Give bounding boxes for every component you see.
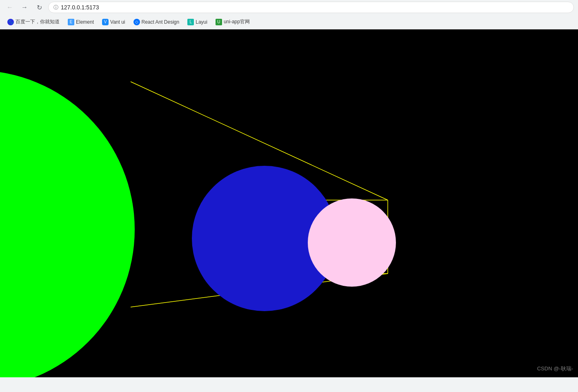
watermark: CSDN @-耿瑞- [537,365,573,372]
bookmark-label-react-ant: React Ant Design [142,19,180,25]
bookmark-icon-react-ant: ◇ [133,19,140,25]
bookmark-label-uniapp: uni-app官网 [224,18,250,25]
bookmark-react-ant[interactable]: ◇ React Ant Design [130,17,183,27]
back-button[interactable]: ← [4,2,16,13]
bookmark-label-baidu: 百度一下，你就知道 [16,18,60,25]
scene-canvas [0,29,578,377]
bookmark-baidu[interactable]: 🐾 百度一下，你就知道 [4,17,63,27]
forward-button[interactable]: → [19,2,30,13]
bookmark-icon-layui: L [187,19,194,25]
bookmark-layui[interactable]: L Layui [184,17,211,27]
svg-point-9 [308,198,396,287]
bookmarks-bar: 🐾 百度一下，你就知道 E Element V Vant ui ◇ React … [0,15,578,29]
title-bar: ← → ↻ ⓘ 127.0.0.1:5173 [0,0,578,15]
refresh-button[interactable]: ↻ [33,2,45,13]
main-content: CSDN @-耿瑞- [0,29,578,377]
browser-chrome: ← → ↻ ⓘ 127.0.0.1:5173 🐾 百度一下，你就知道 E Ele… [0,0,578,29]
bookmark-vant[interactable]: V Vant ui [99,17,128,27]
address-text: 127.0.0.1:5173 [61,4,99,11]
bookmark-label-element: Element [76,19,94,25]
bookmark-icon-uniapp: U [216,19,222,25]
watermark-text: CSDN @-耿瑞- [537,365,573,372]
bookmark-element[interactable]: E Element [64,17,97,27]
bookmark-icon-baidu: 🐾 [7,19,14,25]
bookmark-uniapp[interactable]: U uni-app官网 [212,17,253,27]
bookmark-label-layui: Layui [196,19,207,25]
bookmark-icon-vant: V [102,19,109,25]
bookmark-icon-element: E [68,19,74,25]
address-bar[interactable]: ⓘ 127.0.0.1:5173 [48,2,574,13]
address-info-icon: ⓘ [53,4,58,11]
bookmark-label-vant: Vant ui [110,19,125,25]
